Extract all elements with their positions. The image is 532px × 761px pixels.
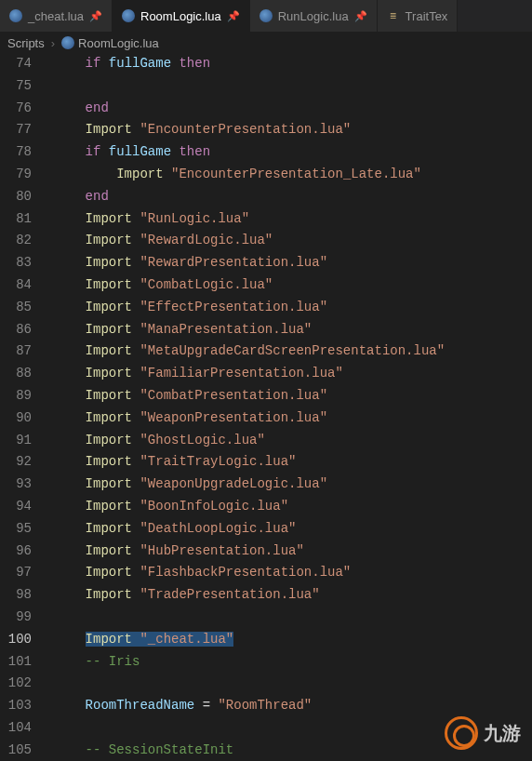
- line-number: 100: [0, 629, 32, 651]
- code-line[interactable]: Import "FlashbackPresentation.lua": [54, 562, 532, 584]
- line-number: 93: [0, 474, 32, 496]
- line-number: 103: [0, 695, 32, 717]
- line-number: 104: [0, 717, 32, 740]
- code-line[interactable]: Import "HubPresentation.lua": [54, 541, 532, 563]
- tab-TraitTex[interactable]: ≡TraitTex: [378, 0, 459, 32]
- tab-label: _cheat.lua: [28, 9, 84, 23]
- code-line[interactable]: Import "GhostLogic.lua": [54, 430, 532, 452]
- line-number: 76: [0, 98, 32, 120]
- breadcrumb-separator: ›: [51, 36, 55, 50]
- lua-icon: [9, 9, 22, 22]
- line-number: 94: [0, 496, 32, 518]
- code-line[interactable]: if fullGame then: [54, 141, 532, 164]
- code-line[interactable]: end: [54, 98, 532, 120]
- code-line[interactable]: Import "ManaPresentation.lua": [54, 319, 532, 341]
- tab-label: RoomLogic.lua: [140, 9, 221, 23]
- tab-RunLogic-lua[interactable]: RunLogic.lua📌: [250, 0, 378, 32]
- line-number: 88: [0, 363, 32, 385]
- line-number: 90: [0, 407, 32, 430]
- code-line[interactable]: Import "FamiliarPresentation.lua": [54, 363, 532, 385]
- code-line[interactable]: Import "TradePresentation.lua": [54, 584, 532, 607]
- line-number: 77: [0, 119, 32, 141]
- code-line[interactable]: [54, 607, 532, 629]
- tab-label: RunLogic.lua: [278, 9, 349, 23]
- line-number-gutter: 7475767778798081828384858687888990919293…: [0, 53, 47, 761]
- breadcrumb[interactable]: Scripts › RoomLogic.lua: [0, 33, 532, 53]
- code-line[interactable]: Import "WeaponPresentation.lua": [54, 407, 532, 430]
- code-line[interactable]: Import "BoonInfoLogic.lua": [54, 496, 532, 518]
- line-number: 98: [0, 584, 32, 607]
- line-number: 105: [0, 740, 32, 761]
- line-number: 75: [0, 75, 32, 98]
- lua-icon: [61, 36, 74, 49]
- code-line[interactable]: Import "CombatPresentation.lua": [54, 385, 532, 407]
- line-number: 81: [0, 208, 32, 231]
- line-number: 80: [0, 186, 32, 208]
- line-number: 96: [0, 541, 32, 563]
- breadcrumb-file[interactable]: RoomLogic.lua: [78, 36, 159, 50]
- code-line[interactable]: if fullGame then: [54, 53, 532, 75]
- code-content[interactable]: if fullGame then end Import "EncounterPr…: [47, 53, 532, 761]
- code-editor[interactable]: 7475767778798081828384858687888990919293…: [0, 53, 532, 761]
- code-line[interactable]: Import "EffectPresentation.lua": [54, 297, 532, 319]
- line-number: 74: [0, 53, 32, 75]
- line-number: 83: [0, 252, 32, 274]
- line-number: 79: [0, 164, 32, 186]
- pin-icon[interactable]: 📌: [227, 9, 240, 22]
- lua-icon: [122, 9, 135, 22]
- tab-bar: _cheat.lua📌RoomLogic.lua📌RunLogic.lua📌≡T…: [0, 0, 532, 33]
- line-number: 85: [0, 297, 32, 319]
- code-line[interactable]: Import "DeathLoopLogic.lua": [54, 518, 532, 541]
- line-number: 97: [0, 562, 32, 584]
- tab-RoomLogic-lua[interactable]: RoomLogic.lua📌: [113, 0, 250, 32]
- line-number: 92: [0, 451, 32, 474]
- line-number: 102: [0, 673, 32, 695]
- line-number: 89: [0, 385, 32, 407]
- code-line[interactable]: Import "MetaUpgradeCardScreenPresentatio…: [54, 340, 532, 363]
- line-number: 78: [0, 141, 32, 164]
- line-number: 82: [0, 230, 32, 252]
- code-line[interactable]: RoomThreadName = "RoomThread": [54, 695, 532, 717]
- code-line[interactable]: end: [54, 186, 532, 208]
- pin-icon[interactable]: 📌: [354, 9, 367, 22]
- tab-label: TraitTex: [406, 9, 448, 23]
- code-line[interactable]: Import "_cheat.lua": [54, 629, 532, 651]
- line-number: 86: [0, 319, 32, 341]
- line-number: 84: [0, 274, 32, 297]
- code-line[interactable]: -- Iris: [54, 651, 532, 674]
- line-number: 95: [0, 518, 32, 541]
- file-icon: ≡: [387, 9, 400, 22]
- tab-_cheat-lua[interactable]: _cheat.lua📌: [0, 0, 113, 32]
- line-number: 91: [0, 430, 32, 452]
- code-line[interactable]: Import "EncounterPresentation.lua": [54, 119, 532, 141]
- code-line[interactable]: Import "EncounterPresentation_Late.lua": [54, 164, 532, 186]
- code-line[interactable]: [54, 75, 532, 98]
- code-line[interactable]: Import "RunLogic.lua": [54, 208, 532, 231]
- line-number: 101: [0, 651, 32, 674]
- code-line[interactable]: Import "RewardPresentation.lua": [54, 252, 532, 274]
- code-line[interactable]: -- SessionStateInit: [54, 740, 532, 761]
- code-line[interactable]: [54, 673, 532, 695]
- code-line[interactable]: [54, 717, 532, 740]
- code-line[interactable]: Import "CombatLogic.lua": [54, 274, 532, 297]
- code-line[interactable]: Import "WeaponUpgradeLogic.lua": [54, 474, 532, 496]
- lua-icon: [259, 9, 273, 22]
- line-number: 87: [0, 340, 32, 363]
- breadcrumb-folder[interactable]: Scripts: [7, 36, 45, 50]
- pin-icon[interactable]: 📌: [89, 9, 102, 22]
- line-number: 99: [0, 607, 32, 629]
- code-line[interactable]: Import "RewardLogic.lua": [54, 230, 532, 252]
- code-line[interactable]: Import "TraitTrayLogic.lua": [54, 451, 532, 474]
